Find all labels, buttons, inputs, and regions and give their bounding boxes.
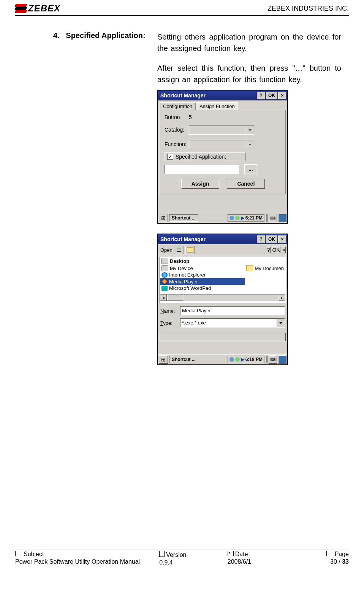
show-desktop-button[interactable] <box>278 355 286 364</box>
file-item-label[interactable]: My Documen <box>255 266 284 271</box>
catalog-combo[interactable] <box>189 126 254 135</box>
specified-app-path-input[interactable] <box>165 165 239 174</box>
function-combo[interactable] <box>189 140 254 149</box>
tab-configuration[interactable]: Configuration <box>160 102 196 110</box>
tray-clock: 6:18 PM <box>245 357 263 362</box>
horizontal-scrollbar[interactable]: ◄ ► <box>160 294 285 301</box>
desktop-icon <box>161 258 168 264</box>
ok-button[interactable]: OK <box>266 235 277 243</box>
file-item-label[interactable]: Media Player <box>169 279 198 285</box>
catalog-label: Catalog: <box>165 127 187 133</box>
assign-button[interactable]: Assign <box>181 179 220 189</box>
ok-button[interactable]: OK <box>266 92 277 99</box>
media-player-icon <box>161 278 168 285</box>
tray-icon <box>229 216 234 220</box>
section-title: Specified Application: <box>66 31 145 40</box>
device-icon <box>161 265 168 271</box>
start-button[interactable]: ⊞ <box>159 355 168 364</box>
window-title: Shortcut Manager <box>160 236 256 242</box>
system-tray[interactable]: ▶ 6:21 PM <box>228 214 264 222</box>
taskbar-shortcut-button[interactable]: Shortcut ... <box>169 214 198 222</box>
window-title: Shortcut Manager <box>160 92 256 99</box>
folder-icon <box>15 551 22 556</box>
footer-subject-value: Power Pack Software Utility Operation Ma… <box>15 558 159 565</box>
close-button[interactable]: × <box>278 235 286 243</box>
inner-help-button[interactable]: ? <box>267 246 271 253</box>
footer-date-label: Date <box>235 551 248 558</box>
view-list-button[interactable]: ☰ <box>175 246 184 254</box>
screenshot-shortcut-manager: Shortcut Manager ? OK × Configuration As… <box>157 90 288 224</box>
filename-input[interactable]: Media Player <box>180 306 285 315</box>
section-desc-1: Setting others application program on th… <box>157 33 341 52</box>
section-desc-2: After select this function, then press "… <box>157 64 341 84</box>
file-item-label[interactable]: Microsoft WordPad <box>169 285 211 291</box>
button-label: Button <box>165 114 187 120</box>
show-desktop-button[interactable] <box>278 214 286 222</box>
up-folder-button[interactable] <box>185 246 195 254</box>
ie-icon <box>161 272 168 278</box>
button-number: 5 <box>189 114 192 120</box>
page-icon <box>159 551 165 557</box>
name-label: Name: <box>160 308 178 314</box>
scroll-left-button[interactable]: ◄ <box>160 295 167 301</box>
cancel-button[interactable]: Cancel <box>227 179 265 189</box>
footer-version-label: Version <box>166 552 186 558</box>
chevron-down-icon[interactable] <box>277 319 285 327</box>
file-item-label[interactable]: My Device <box>170 266 193 271</box>
scroll-right-button[interactable]: ► <box>279 295 285 301</box>
browse-button[interactable]: ... <box>244 164 257 174</box>
chevron-down-icon[interactable] <box>246 126 254 134</box>
calendar-icon <box>228 551 234 556</box>
windows-flag-icon: ⊞ <box>161 215 166 221</box>
footer-page-value: 30 / <box>330 558 342 565</box>
file-item-label[interactable]: Internet Explorer <box>169 272 206 278</box>
footer-version-value: 0.9.4 <box>159 559 228 566</box>
taskbar-separator <box>266 214 267 222</box>
taskbar-shortcut-button[interactable]: Shortcut ... <box>169 356 198 363</box>
folder-icon <box>246 265 253 271</box>
wordpad-icon <box>161 286 168 291</box>
footer-page-label: Page <box>335 551 349 558</box>
help-button[interactable]: ? <box>257 92 265 99</box>
sip-keyboard-button[interactable]: ⌨ <box>269 214 277 222</box>
system-tray[interactable]: ▶ 6:18 PM <box>228 356 264 363</box>
tray-clock: 6:21 PM <box>245 215 263 221</box>
start-button[interactable]: ⊞ <box>159 214 168 222</box>
function-label: Function: <box>165 141 187 147</box>
close-button[interactable]: × <box>278 92 286 99</box>
taskbar-separator <box>266 356 267 363</box>
chevron-down-icon[interactable] <box>246 140 254 149</box>
filetype-combo[interactable]: *.exe|*.exe <box>180 318 285 328</box>
scroll-thumb[interactable] <box>167 295 183 301</box>
footer-subject-label: Subject <box>24 551 44 558</box>
footer-page-total: 33 <box>342 558 349 565</box>
section-number: 4. <box>53 31 60 40</box>
specified-app-label: Specified Application: <box>176 154 226 160</box>
folder-icon <box>187 247 193 253</box>
sip-keyboard-button[interactable]: ⌨ <box>269 355 277 364</box>
logo-mark <box>15 4 27 13</box>
type-label: Type: <box>160 320 178 326</box>
help-button[interactable]: ? <box>257 235 265 243</box>
specified-app-checkbox[interactable]: ✓ <box>167 154 173 160</box>
tray-icon <box>235 216 240 220</box>
inner-ok-button[interactable]: OK <box>272 246 280 253</box>
book-icon <box>326 551 333 556</box>
windows-flag-icon: ⊞ <box>161 357 166 362</box>
logo-text: ZEBEX <box>28 3 60 14</box>
company-name: ZEBEX INDUSTRIES INC. <box>267 5 349 13</box>
footer-date-value: 2008/6/1 <box>228 558 296 565</box>
open-label: Open <box>160 247 173 253</box>
tray-icon <box>229 357 234 362</box>
file-list[interactable]: Desktop My Device Internet Explorer Medi… <box>160 257 286 303</box>
location-header: Desktop <box>170 258 189 264</box>
screenshot-open-dialog: Shortcut Manager ? OK × Open ☰ ? OK × <box>157 234 288 365</box>
tray-icon <box>235 357 240 362</box>
status-bar <box>160 333 286 341</box>
inner-close-button[interactable]: × <box>282 246 286 253</box>
tab-assign-function[interactable]: Assign Function <box>196 102 238 110</box>
